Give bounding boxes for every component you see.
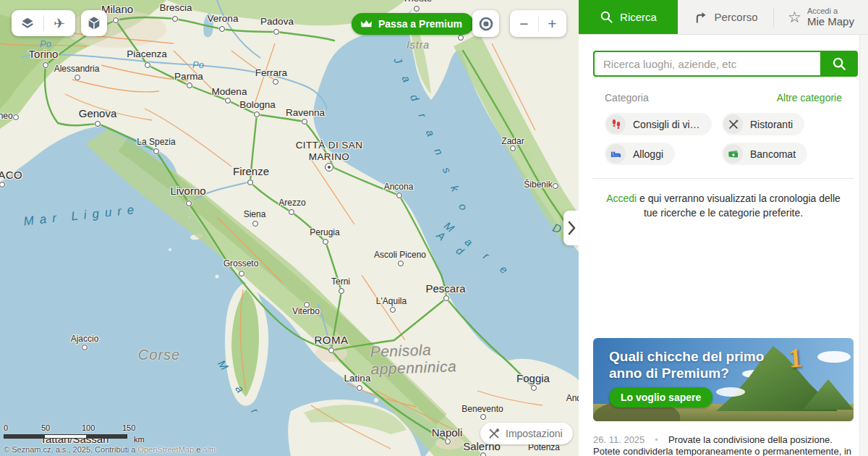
tab-account-label-bottom: Mie Mapy (807, 15, 854, 28)
footprints-icon (606, 114, 626, 134)
news-bullet: • (655, 434, 658, 445)
category-restaurants[interactable]: Ristoranti (722, 113, 804, 135)
search-submit-button[interactable] (820, 51, 858, 77)
scale-tick: 0 (4, 423, 8, 432)
cube-3d-icon (86, 15, 102, 31)
3d-view-button[interactable] (81, 10, 107, 36)
category-header: Categoria Altre categorie (605, 92, 842, 104)
attribution-text: © Seznam.cz, a.s., 2025, Contributi a (4, 445, 135, 454)
osm-link[interactable]: OpenStreetMap (137, 445, 194, 454)
category-title: Categoria (605, 92, 649, 104)
map-attribution: © Seznam.cz, a.s., 2025, Contributi a Op… (4, 445, 216, 454)
others-link[interactable]: altri (203, 445, 216, 454)
more-categories-link[interactable]: Altre categorie (777, 92, 842, 104)
attribution-text: e (196, 445, 200, 454)
crown-icon (360, 19, 373, 29)
cloud-shape (716, 387, 745, 397)
search-icon (831, 56, 847, 72)
map-tiles (0, 0, 579, 456)
aerial-view-button[interactable]: ✈ (44, 10, 75, 36)
tab-route-label: Percorso (714, 11, 757, 23)
premium-banner[interactable]: 1 Quali chicche del primo anno di Premiu… (593, 338, 854, 421)
layers-icon (20, 15, 35, 31)
premium-button[interactable]: Passa a Premium (352, 13, 474, 35)
route-arrow-icon (693, 10, 707, 25)
login-hint: Accedi e qui verranno visualizzati la cr… (593, 178, 854, 221)
chevron-right-icon (566, 220, 576, 236)
cloud-shape (817, 351, 851, 363)
star-icon: ☆ (788, 9, 801, 25)
zoom-controls: − + (510, 10, 566, 37)
panel-tabs: Ricerca Percorso ☆ Accedi a Mie Mapy (579, 0, 868, 35)
settings-label: Impostazioni (506, 428, 563, 439)
scale-ticks: 050100150 (4, 423, 127, 433)
banner-cta-button[interactable]: Lo voglio sapere (609, 387, 712, 408)
bed-icon (606, 144, 626, 164)
app-window: TorinoMilanoBresciaVeronaPadovaTriesteRi… (0, 0, 868, 456)
search-bar (593, 51, 858, 77)
scale-bar (4, 434, 127, 439)
scale-tick: 150 (122, 423, 135, 432)
tab-search-label: Ricerca (620, 11, 657, 23)
minus-icon: − (519, 15, 528, 33)
scale-unit: km (134, 435, 145, 444)
map-canvas[interactable]: TorinoMilanoBresciaVeronaPadovaTriesteRi… (0, 0, 579, 456)
search-icon (600, 10, 613, 24)
category-label: Bancomat (750, 148, 796, 160)
zoom-in-button[interactable]: + (539, 10, 566, 37)
search-input[interactable] (593, 51, 820, 77)
scale-tick: 50 (41, 423, 50, 432)
news-date: 26. 11. 2025 (593, 434, 644, 445)
scrollbar-gutter[interactable] (859, 35, 868, 456)
login-hint-text: e qui verranno visualizzati la cronologi… (639, 193, 841, 219)
category-label: Ristoranti (750, 119, 793, 130)
map-scale: 050100150 km (4, 423, 127, 439)
panel-collapse-tab[interactable] (563, 211, 579, 245)
cutlery-icon (723, 114, 743, 134)
tab-account-label-top: Accedi a (807, 7, 854, 16)
login-link[interactable]: Accedi (606, 193, 637, 204)
locate-me-button[interactable] (472, 10, 499, 37)
category-accommodation[interactable]: Alloggi (605, 143, 675, 165)
layers-button[interactable] (12, 10, 43, 36)
premium-label: Passa a Premium (378, 18, 462, 30)
category-label: Consigli di vi… (633, 119, 700, 130)
news-item[interactable]: 26. 11. 2025•Provate la condivisione del… (593, 434, 855, 456)
scale-tick: 100 (82, 423, 95, 432)
tab-route[interactable]: Percorso (678, 0, 773, 34)
category-atm[interactable]: Bancomat (722, 143, 807, 165)
zoom-out-button[interactable]: − (511, 10, 538, 37)
plane-icon: ✈ (54, 15, 65, 32)
category-travel-tips[interactable]: Consigli di vi… (605, 113, 712, 135)
category-label: Alloggi (633, 148, 663, 160)
banknote-icon (723, 144, 743, 164)
tab-my-maps[interactable]: ☆ Accedi a Mie Mapy (774, 0, 868, 34)
banner-title: Quali chicche del primo anno di Premium? (609, 348, 790, 381)
tools-icon (488, 427, 501, 440)
map-layers-toolbar: ✈ (12, 10, 75, 36)
map-settings-button[interactable]: Impostazioni (480, 423, 573, 444)
side-panel: Ricerca Percorso ☆ Accedi a Mie Mapy (579, 0, 868, 456)
tab-search[interactable]: Ricerca (579, 0, 678, 34)
locate-target-icon (477, 15, 495, 33)
plus-icon: + (548, 15, 556, 33)
